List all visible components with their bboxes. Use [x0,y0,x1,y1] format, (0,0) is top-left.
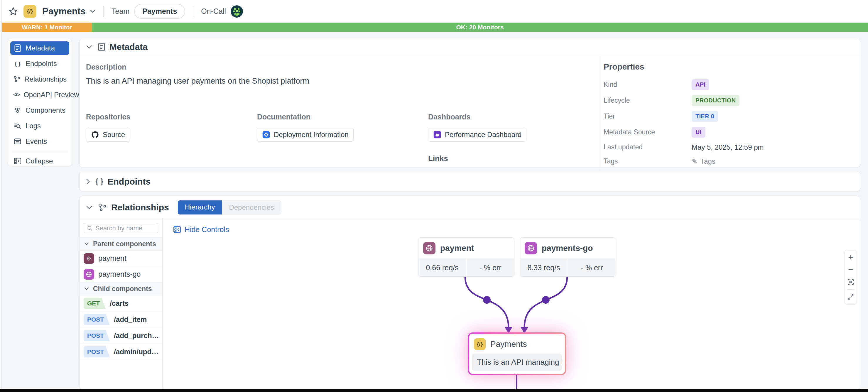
section-title: Endpoints [107,177,151,187]
tier-label: Tier [603,112,692,120]
tags-label: Tags [603,157,692,165]
zoom-in-button[interactable]: + [845,251,857,264]
relationships-section-header: Relationships Hierarchy Dependencies [80,196,860,219]
hide-controls-button[interactable]: Hide Controls [173,225,229,234]
document-icon [13,44,22,52]
kind-label: Kind [603,81,692,89]
documentation-chip[interactable]: Deployment Information [257,128,353,142]
ok-monitors-segment[interactable]: OK: 20 Monitors [92,23,868,32]
endpoint-path: /carts [110,299,128,307]
graph-node-payment[interactable]: payment 0.66 req/s - % err [418,237,515,277]
components-list-panel: Parent components ⚙ payment payments-go … [80,219,162,389]
node-requests-stat: 8.33 req/s [520,259,567,276]
edit-tags-button[interactable]: ✎ Tags [692,157,715,165]
endpoint-row[interactable]: POST /add_item [80,311,162,328]
metadata-source-label: Metadata Source [603,128,692,136]
page-title: Payments [42,6,86,17]
endpoint-path: /add_purchases [114,332,161,340]
chip-label: Deployment Information [274,130,349,139]
fullscreen-button[interactable] [845,291,857,303]
endpoint-row[interactable]: POST /admin/update_u... [80,344,162,360]
document-icon [98,42,105,51]
sidebar-item-components[interactable]: Components [10,103,69,117]
globe-icon [423,242,435,254]
repository-source-chip[interactable]: Source [86,128,130,142]
endpoint-row[interactable]: POST /add_purchases [80,328,162,344]
sidebar-item-label: Relationships [24,75,67,83]
last-updated-label: Last updated [603,143,692,151]
sidebar-divider [11,151,68,151]
team-label: Team [112,7,129,16]
endpoint-row[interactable]: GET /carts [80,296,162,311]
hierarchy-graph-canvas[interactable]: Hide Controls payment [162,219,860,389]
search-input[interactable] [95,224,155,232]
relationships-view-toggle: Hierarchy Dependencies [178,201,281,214]
window-left-edge [0,0,1,389]
search-box[interactable] [84,223,158,233]
dashboard-chip[interactable]: Performance Dashboard [428,128,526,142]
chip-label: Source [103,130,125,139]
confluence-doc-icon [262,130,270,139]
collapse-icon [13,157,22,165]
lifecycle-badge: PRODUCTION [692,95,740,106]
favorite-star-icon[interactable] [8,6,18,17]
zoom-out-button[interactable]: − [845,264,857,276]
service-catalog-page: {/} Payments Team Payments On-Call WARN:… [0,0,868,392]
relationships-section: Relationships Hierarchy Dependencies Par… [79,196,860,389]
events-icon [13,138,22,145]
parent-component-payments-go[interactable]: payments-go [80,266,162,282]
tags-value-label: Tags [701,157,715,165]
parent-component-payment[interactable]: ⚙ payment [80,250,162,266]
chevron-down-icon[interactable] [86,45,92,49]
node-name: payment [440,244,474,253]
tab-hierarchy[interactable]: Hierarchy [178,201,222,214]
sidebar-item-events[interactable]: Events [10,135,69,148]
sidebar-item-openapi-preview[interactable]: </> OpenAPI Preview [10,88,69,101]
tier-badge: TIER 0 [692,111,718,122]
braces-icon: { } [95,177,103,186]
sidebar-collapse-button[interactable]: Collapse [10,154,69,168]
monitor-status-banner: WARN: 1 Monitor OK: 20 Monitors [2,23,868,32]
section-sidebar: Metadata { } Endpoints Relationships </>… [8,39,72,166]
node-requests-stat: 0.66 req/s [418,259,466,276]
properties-title: Properties [603,62,860,71]
components-icon [13,107,22,114]
child-components-header[interactable]: Child components [80,282,162,296]
sidebar-item-relationships[interactable]: Relationships [10,72,69,86]
oncall-avatar[interactable] [230,5,243,18]
chevron-right-icon[interactable] [86,178,90,185]
globe-icon [525,242,537,254]
sidebar-item-label: Components [26,106,65,114]
metadata-section-header[interactable]: Metadata [80,39,860,55]
graph-node-payments-go[interactable]: payments-go 8.33 req/s - % err [520,237,616,277]
divider [193,6,193,17]
api-kind-icon: {/} [24,5,36,18]
sidebar-item-logs[interactable]: Logs [10,119,69,132]
group-label: Child components [93,285,152,293]
braces-icon: { } [13,60,22,67]
sidebar-item-label: Collapse [26,157,53,165]
node-description: This is an API managing us... [472,354,562,371]
endpoints-section[interactable]: { } Endpoints [79,172,860,191]
molecule-icon [13,76,21,83]
team-pill[interactable]: Payments [134,4,185,19]
metadata-section: Metadata Description This is an API mana… [79,39,860,167]
collapse-panel-icon [173,225,181,234]
tab-dependencies[interactable]: Dependencies [222,201,281,214]
sidebar-item-metadata[interactable]: Metadata [10,41,69,55]
warn-monitors-segment[interactable]: WARN: 1 Monitor [2,23,92,32]
method-badge: POST [84,314,110,325]
fit-to-screen-button[interactable] [845,276,857,288]
sidebar-item-label: OpenAPI Preview [24,91,79,99]
code-icon: </> [13,92,20,97]
graph-node-payments-selected[interactable]: {/} Payments This is an API managing us.… [468,332,566,375]
kind-badge: API [692,79,709,90]
chevron-down-icon [84,287,89,291]
documentation-label: Documentation [257,113,428,121]
parent-components-header[interactable]: Parent components [80,237,162,250]
hide-controls-label: Hide Controls [185,225,229,234]
sidebar-item-endpoints[interactable]: { } Endpoints [10,57,69,70]
description-text: This is an API managing user payments on… [86,77,600,86]
chevron-down-icon[interactable] [86,205,92,210]
chevron-down-icon[interactable] [90,9,96,13]
